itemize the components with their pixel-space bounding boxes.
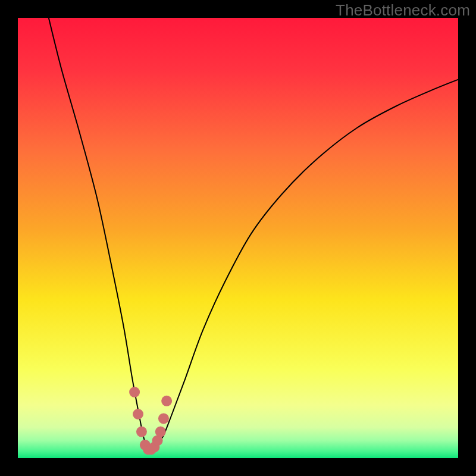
valley-marker bbox=[158, 413, 169, 424]
valley-markers bbox=[129, 387, 172, 455]
watermark-text: TheBottleneck.com bbox=[336, 1, 470, 20]
chart-frame: TheBottleneck.com bbox=[0, 0, 476, 476]
curve-layer bbox=[18, 18, 458, 458]
valley-marker bbox=[129, 387, 140, 397]
valley-marker bbox=[133, 409, 143, 419]
bottleneck-curve bbox=[49, 18, 458, 450]
valley-marker bbox=[161, 396, 172, 406]
valley-marker bbox=[136, 427, 147, 437]
plot-area bbox=[18, 18, 458, 458]
valley-marker bbox=[155, 427, 166, 437]
